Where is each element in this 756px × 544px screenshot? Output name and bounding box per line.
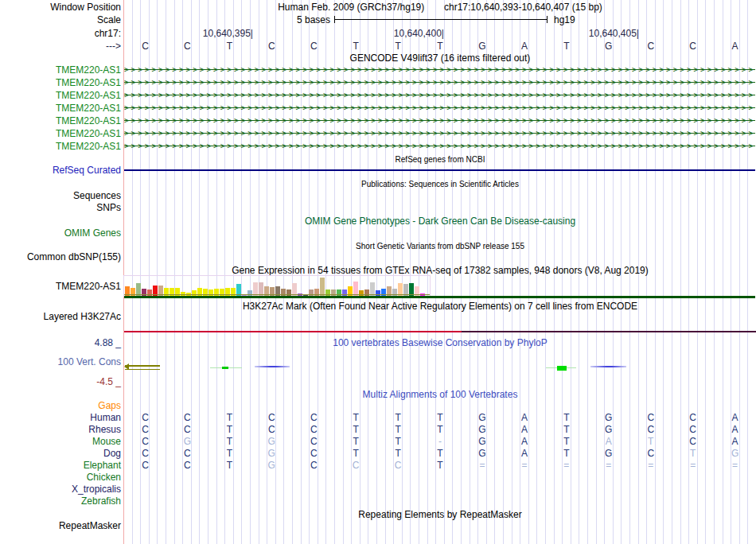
aligned-base: T — [545, 412, 587, 423]
aligned-base: A — [714, 412, 756, 423]
track-label-tmem220-as1[interactable]: TMEM220-AS1 — [0, 103, 121, 114]
aligned-base: C — [335, 460, 377, 471]
label-scale: Scale — [0, 14, 121, 25]
reference-base: T — [419, 41, 462, 52]
reference-sequence-row: CCTCCTTTGATGCCA — [124, 41, 756, 52]
reference-base: T — [335, 41, 377, 52]
track-label-snps[interactable]: SNPs — [0, 202, 121, 213]
species-label-rhesus[interactable]: Rhesus — [0, 424, 121, 435]
aligned-base: T — [335, 424, 377, 435]
aligned-base: = — [672, 460, 714, 471]
conservation-mark-faintgreen — [210, 367, 242, 368]
species-label-mouse[interactable]: Mouse — [0, 436, 121, 447]
h3k27ac-track-title: H3K27Ac Mark (Often Found Near Active Re… — [124, 301, 756, 312]
aligned-base: C — [629, 412, 672, 423]
gtex-gene-line — [124, 296, 755, 298]
alignment-row-mouse: CGTGCTT-GATATCA — [124, 436, 756, 447]
aligned-base: G — [462, 412, 504, 423]
refseq-track-title: RefSeq genes from NCBI — [124, 154, 756, 165]
gene-transcript-row[interactable]: >>>>>>>>>>>>>>>>>>>>>>>>>>>>>>>>>>>>>>>>… — [124, 76, 755, 89]
track-label-tmem220-as1[interactable]: TMEM220-AS1 — [0, 115, 121, 126]
track-label-repeatmasker[interactable]: RepeatMasker — [0, 520, 121, 531]
reference-base: A — [503, 41, 545, 52]
gtex-tissue-bar — [320, 278, 325, 296]
strand-arrow[interactable]: ---> — [0, 41, 121, 52]
aligned-base: T — [377, 448, 419, 459]
strand-arrowheads: >>>>>>>>>>>>>>>>>>>>>>>>>>>>>>>>>>>>>>>>… — [124, 127, 755, 140]
phylop-min-value: -4.5 _ — [0, 376, 121, 387]
track-label-omim-genes[interactable]: OMIM Genes — [0, 227, 121, 239]
track-label-gtex-gene[interactable]: TMEM220-AS1 — [0, 281, 121, 292]
species-label-zebrafish[interactable]: Zebrafish — [0, 495, 121, 507]
track-label-tmem220-as1[interactable]: TMEM220-AS1 — [0, 128, 121, 139]
phylop-max-value: 4.88 _ — [0, 337, 121, 348]
track-label-100-vert-cons[interactable]: 100 Vert. Cons — [0, 356, 121, 367]
aligned-base: C — [672, 412, 714, 423]
gene-transcript-row[interactable]: >>>>>>>>>>>>>>>>>>>>>>>>>>>>>>>>>>>>>>>>… — [124, 102, 755, 115]
aligned-base: A — [503, 424, 545, 435]
reference-base: C — [124, 41, 166, 52]
gene-transcript-row[interactable]: >>>>>>>>>>>>>>>>>>>>>>>>>>>>>>>>>>>>>>>>… — [124, 140, 755, 153]
aligned-base: T — [335, 436, 377, 447]
aligned-base: T — [419, 448, 462, 459]
aligned-base: C — [124, 424, 166, 435]
aligned-base: C — [629, 448, 672, 459]
aligned-base: - — [419, 436, 462, 447]
alignment-row-human: CCTCCTTTGATGCCA — [124, 412, 756, 423]
species-label-gaps[interactable]: Gaps — [0, 400, 121, 411]
aligned-base: T — [208, 448, 251, 459]
track-label-tmem220-as1[interactable]: TMEM220-AS1 — [0, 90, 121, 101]
species-label-elephant[interactable]: Elephant — [0, 460, 121, 471]
reference-base: C — [251, 41, 293, 52]
genome-browser-image: Window Position Human Feb. 2009 (GRCh37/… — [0, 0, 756, 544]
gtex-track-title: Gene Expression in 54 tissues from GTEx … — [124, 265, 756, 276]
track-label-tmem220-as1[interactable]: TMEM220-AS1 — [0, 64, 121, 76]
aligned-base: T — [545, 436, 587, 447]
aligned-base: C — [124, 436, 166, 447]
track-label-tmem220-as1[interactable]: TMEM220-AS1 — [0, 141, 121, 152]
track-label-refseq-curated[interactable]: RefSeq Curated — [0, 165, 121, 176]
aligned-base: C — [293, 460, 335, 471]
window-position-title: Human Feb. 2009 (GRCh37/hg19) chr17:10,6… — [124, 2, 756, 13]
refseq-gene-line[interactable] — [124, 169, 755, 171]
species-label-human[interactable]: Human — [0, 412, 121, 423]
gene-transcript-row[interactable]: >>>>>>>>>>>>>>>>>>>>>>>>>>>>>>>>>>>>>>>>… — [124, 115, 755, 127]
reference-base: C — [629, 41, 672, 52]
aligned-base: T — [419, 424, 462, 435]
aligned-base: T — [545, 448, 587, 459]
aligned-base: C — [124, 460, 166, 471]
aligned-base: T — [419, 460, 462, 471]
track-label-tmem220-as1[interactable]: TMEM220-AS1 — [0, 77, 121, 88]
track-label-layered-h3k27ac[interactable]: Layered H3K27Ac — [0, 311, 121, 322]
scale-bar — [334, 16, 548, 23]
strand-arrowheads: >>>>>>>>>>>>>>>>>>>>>>>>>>>>>>>>>>>>>>>>… — [124, 89, 755, 102]
aligned-base: T — [545, 424, 587, 435]
aligned-base: = — [545, 460, 587, 471]
aligned-base: C — [166, 424, 208, 435]
gene-transcript-row[interactable]: >>>>>>>>>>>>>>>>>>>>>>>>>>>>>>>>>>>>>>>>… — [124, 89, 755, 102]
track-label-common-dbsnp[interactable]: Common dbSNP(155) — [0, 251, 121, 262]
conservation-mark-blue — [255, 366, 290, 367]
aligned-base: G — [251, 448, 293, 459]
aligned-base: C — [293, 412, 335, 423]
track-label-sequences[interactable]: Sequences — [0, 190, 121, 201]
ruler-tick-2: 10,640,400| — [394, 28, 444, 39]
gene-transcript-row[interactable]: >>>>>>>>>>>>>>>>>>>>>>>>>>>>>>>>>>>>>>>>… — [124, 127, 755, 140]
omim-track-title: OMIM Gene Phenotypes - Dark Green Can Be… — [124, 216, 756, 227]
aligned-base: T — [335, 412, 377, 423]
ruler-tick-3: 10,640,405| — [589, 28, 639, 39]
aligned-base: G — [587, 424, 629, 435]
species-label-x_tropicalis[interactable]: X_tropicalis — [0, 484, 121, 495]
aligned-base: A — [714, 436, 756, 447]
reference-base: G — [462, 41, 504, 52]
species-label-chicken[interactable]: Chicken — [0, 472, 121, 483]
publications-track-title: Publications: Sequences in Scientific Ar… — [124, 179, 756, 190]
aligned-base: T — [377, 412, 419, 423]
aligned-base: C — [672, 424, 714, 435]
aligned-base: C — [377, 460, 419, 471]
reference-base: T — [545, 41, 587, 52]
conservation-peak — [557, 366, 567, 371]
gene-transcript-row[interactable]: >>>>>>>>>>>>>>>>>>>>>>>>>>>>>>>>>>>>>>>>… — [124, 64, 755, 76]
species-label-dog[interactable]: Dog — [0, 448, 121, 459]
alignment-row-rhesus: CCTCCTTTGATGCCA — [124, 424, 756, 435]
